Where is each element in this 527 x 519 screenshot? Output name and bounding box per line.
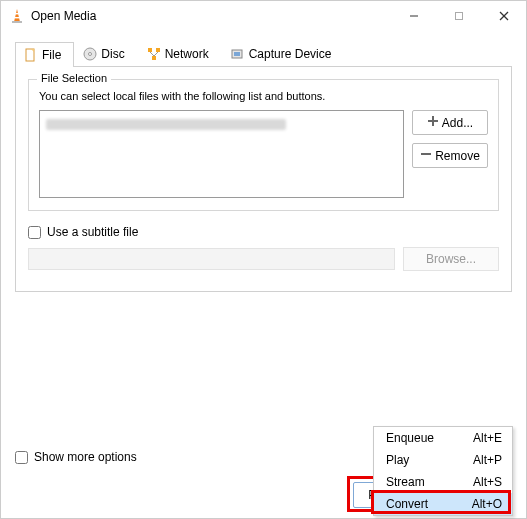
subtitle-path-input — [28, 248, 395, 270]
maximize-button[interactable] — [436, 1, 481, 31]
svg-rect-14 — [152, 56, 156, 60]
svg-rect-3 — [15, 17, 20, 18]
tab-network[interactable]: Network — [138, 41, 222, 66]
subtitle-checkbox[interactable] — [28, 226, 41, 239]
menu-item-convert[interactable]: Convert Alt+O — [374, 493, 512, 515]
tab-disc-label: Disc — [101, 47, 124, 61]
menu-item-shortcut: Alt+O — [472, 497, 502, 511]
file-panel: File Selection You can select local file… — [15, 67, 512, 292]
svg-point-11 — [89, 53, 92, 56]
tab-capture[interactable]: Capture Device — [222, 41, 345, 66]
tab-disc[interactable]: Disc — [74, 41, 137, 66]
tab-file[interactable]: File — [15, 42, 74, 67]
remove-button-label: Remove — [435, 149, 480, 163]
play-dropdown-menu: Enqueue Alt+E Play Alt+P Stream Alt+S Co… — [373, 426, 513, 516]
svg-rect-2 — [15, 13, 19, 14]
plus-icon — [427, 115, 439, 130]
show-more-label: Show more options — [34, 450, 137, 464]
menu-item-shortcut: Alt+E — [473, 431, 502, 445]
svg-rect-1 — [12, 21, 22, 23]
file-selection-group: File Selection You can select local file… — [28, 79, 499, 211]
file-icon — [24, 48, 38, 62]
file-list-item — [46, 119, 286, 130]
show-more-checkbox[interactable] — [15, 451, 28, 464]
window-title: Open Media — [31, 9, 391, 23]
menu-item-stream[interactable]: Stream Alt+S — [374, 471, 512, 493]
add-button-label: Add... — [442, 116, 473, 130]
add-button[interactable]: Add... — [412, 110, 488, 135]
vlc-cone-icon — [9, 8, 25, 24]
svg-rect-13 — [156, 48, 160, 52]
menu-item-shortcut: Alt+S — [473, 475, 502, 489]
minus-icon — [420, 148, 432, 163]
subtitle-browse-label: Browse... — [426, 252, 476, 266]
subtitle-browse-button: Browse... — [403, 247, 499, 271]
svg-marker-0 — [14, 9, 20, 22]
file-list[interactable] — [39, 110, 404, 198]
menu-item-label: Play — [386, 453, 409, 467]
menu-item-label: Convert — [386, 497, 428, 511]
svg-line-15 — [150, 52, 154, 56]
svg-rect-18 — [234, 52, 240, 56]
titlebar: Open Media — [1, 1, 526, 31]
minimize-button[interactable] — [391, 1, 436, 31]
svg-rect-5 — [455, 13, 462, 20]
menu-item-play[interactable]: Play Alt+P — [374, 449, 512, 471]
menu-item-label: Stream — [386, 475, 425, 489]
disc-icon — [83, 47, 97, 61]
tab-capture-label: Capture Device — [249, 47, 332, 61]
file-selection-help: You can select local files with the foll… — [39, 90, 488, 102]
capture-icon — [231, 47, 245, 61]
open-media-window: Open Media File Disc Network Capture Dev — [0, 0, 527, 519]
svg-line-16 — [154, 52, 158, 56]
subtitle-label: Use a subtitle file — [47, 225, 138, 239]
menu-item-enqueue[interactable]: Enqueue Alt+E — [374, 427, 512, 449]
menu-item-shortcut: Alt+P — [473, 453, 502, 467]
remove-button[interactable]: Remove — [412, 143, 488, 168]
tab-network-label: Network — [165, 47, 209, 61]
close-button[interactable] — [481, 1, 526, 31]
file-selection-legend: File Selection — [37, 72, 111, 84]
network-icon — [147, 47, 161, 61]
tab-bar: File Disc Network Capture Device — [15, 41, 512, 67]
svg-rect-12 — [148, 48, 152, 52]
menu-item-label: Enqueue — [386, 431, 434, 445]
tab-file-label: File — [42, 48, 61, 62]
